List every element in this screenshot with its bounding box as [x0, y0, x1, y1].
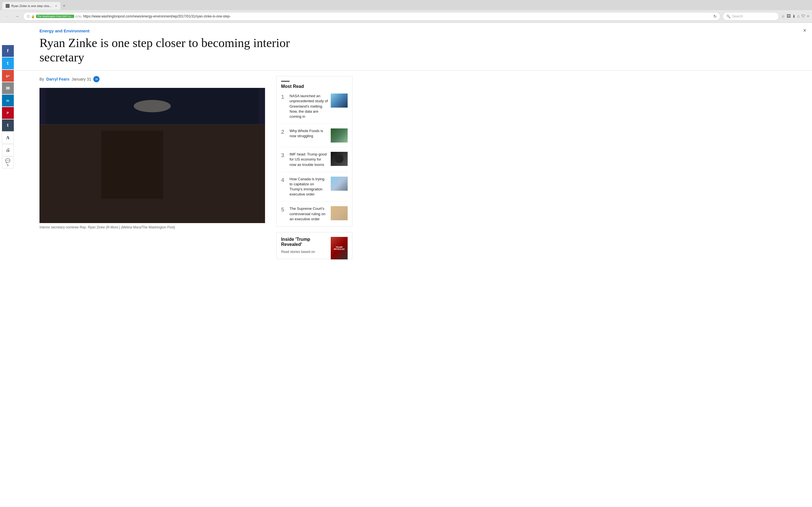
nav-right-icons: ☆ 🖼 ⬇ ⌂ 🛡 ≡	[781, 14, 809, 19]
screenshot-icon[interactable]: 🖼	[786, 14, 791, 18]
tumblr-share-btn[interactable]: t	[2, 119, 14, 131]
home-icon[interactable]: ⌂	[797, 14, 800, 18]
active-tab[interactable]: Ryan Zinke is one step clos... ×	[2, 2, 60, 10]
item-text-1: NASA launched an unprecedented study of …	[290, 94, 328, 119]
article-header: Energy and Environment Ryan Zinke is one…	[0, 23, 812, 70]
nav-bar: ← → ⓘ 🔒 The Washington Post (WP Co... (U…	[0, 10, 812, 22]
menu-icon[interactable]: ≡	[807, 14, 809, 18]
item-number-1: 1	[281, 94, 287, 100]
byline-prefix: By	[40, 77, 44, 81]
item-text-5: The Supreme Court's controversial ruling…	[290, 206, 328, 222]
author-link[interactable]: Darryl Fears	[46, 77, 69, 81]
item-thumb-2	[331, 128, 348, 143]
item-thumb-1	[331, 94, 348, 108]
article-body: By Darryl Fears January 31 ✉	[0, 70, 812, 265]
search-icon: 🔍	[726, 14, 730, 18]
googleplus-share-btn[interactable]: g+	[2, 70, 14, 82]
most-read-bar	[281, 81, 290, 82]
tab-close-btn[interactable]: ×	[55, 4, 57, 8]
most-read-item-4[interactable]: 4 How Canada is trying to capitalize on …	[281, 177, 348, 202]
linkedin-share-btn[interactable]: in	[2, 95, 14, 107]
download-icon[interactable]: ⬇	[792, 14, 796, 19]
article-date: January 31	[71, 77, 91, 81]
url-text: https://www.washingtonpost.com/news/ener…	[83, 14, 711, 18]
shield-icon[interactable]: 🛡	[801, 14, 805, 18]
trump-book-image: TRUMP REVEALED	[331, 237, 348, 260]
svg-point-17	[134, 100, 171, 112]
facebook-share-btn[interactable]: f	[2, 45, 14, 57]
author-email-btn[interactable]: ✉	[93, 76, 100, 82]
item-number-4: 4	[281, 177, 287, 183]
left-sidebar: f t g+ ✉ in P t A 🖨 💬 5	[0, 45, 15, 168]
search-bar[interactable]: 🔍 Search	[723, 12, 779, 20]
info-icon: ⓘ	[27, 14, 30, 18]
most-read-item-2[interactable]: 2 Why Whole Foods is now struggling	[281, 128, 348, 147]
email-share-btn[interactable]: ✉	[2, 82, 14, 94]
twitter-share-btn[interactable]: t	[2, 57, 14, 69]
back-btn[interactable]: ←	[3, 12, 11, 20]
comment-btn[interactable]: 💬 5	[2, 157, 14, 168]
item-number-2: 2	[281, 129, 287, 135]
bookmark-icon[interactable]: ☆	[781, 14, 785, 19]
most-read-item-3[interactable]: 3 IMF head: Trump good for US economy fo…	[281, 152, 348, 172]
item-thumb-4	[331, 177, 348, 191]
pinterest-share-btn[interactable]: P	[2, 107, 14, 119]
article-image	[40, 88, 265, 223]
new-tab-btn[interactable]: +	[63, 3, 65, 8]
trump-revealed-section[interactable]: TRUMP REVEALED Inside 'Trump Revealed' R…	[276, 232, 352, 259]
page-content: f t g+ ✉ in P t A 🖨 💬 5 Energ	[0, 23, 812, 507]
item-number-5: 5	[281, 207, 287, 212]
lock-icon: 🔒	[31, 15, 35, 18]
item-thumb-5	[331, 206, 348, 220]
item-text-2: Why Whole Foods is now struggling	[290, 128, 328, 138]
article-title: Ryan Zinke is one step closer to becomin…	[40, 36, 293, 64]
most-read-item-5[interactable]: 5 The Supreme Court's controversial ruli…	[281, 206, 348, 222]
most-read-section: Most Read 1 NASA launched an unprecedent…	[276, 76, 352, 226]
tab-bar: Ryan Zinke is one step clos... × +	[0, 0, 812, 10]
image-caption: Interior secretary nominee Rep. Ryan Zin…	[40, 225, 265, 229]
tab-title: Ryan Zinke is one step clos...	[11, 4, 52, 8]
reload-btn[interactable]: ↻	[713, 14, 717, 19]
item-text-4: How Canada is trying to capitalize on Tr…	[290, 177, 328, 197]
category-link[interactable]: Energy and Environment	[40, 29, 772, 33]
item-thumb-3	[331, 152, 348, 166]
byline: By Darryl Fears January 31 ✉	[40, 76, 265, 82]
tab-favicon	[6, 4, 10, 8]
article-main: By Darryl Fears January 31 ✉	[40, 76, 265, 260]
url-bar[interactable]: ⓘ 🔒 The Washington Post (WP Co... (US) h…	[23, 12, 720, 20]
site-badge: The Washington Post (WP Co...	[36, 15, 74, 18]
font-size-btn[interactable]: A	[2, 132, 14, 144]
close-article-btn[interactable]: ×	[803, 27, 806, 34]
print-btn[interactable]: 🖨	[2, 144, 14, 156]
background-detail	[40, 88, 265, 223]
article-sidebar: Most Read 1 NASA launched an unprecedent…	[276, 76, 352, 260]
item-text-3: IMF head: Trump good for US economy for …	[290, 152, 328, 167]
search-input[interactable]: Search	[732, 14, 743, 18]
region-label: (US)	[75, 15, 81, 18]
url-security-icons: ⓘ 🔒 The Washington Post (WP Co... (US)	[27, 14, 81, 18]
forward-btn[interactable]: →	[13, 12, 21, 20]
item-number-3: 3	[281, 152, 287, 158]
most-read-title: Most Read	[281, 84, 348, 89]
most-read-item-1[interactable]: 1 NASA launched an unprecedented study o…	[281, 94, 348, 124]
svg-rect-16	[101, 131, 163, 199]
browser-chrome: Ryan Zinke is one step clos... × + ← → ⓘ…	[0, 0, 812, 23]
article-image-wrap: Interior secretary nominee Rep. Ryan Zin…	[40, 88, 265, 229]
